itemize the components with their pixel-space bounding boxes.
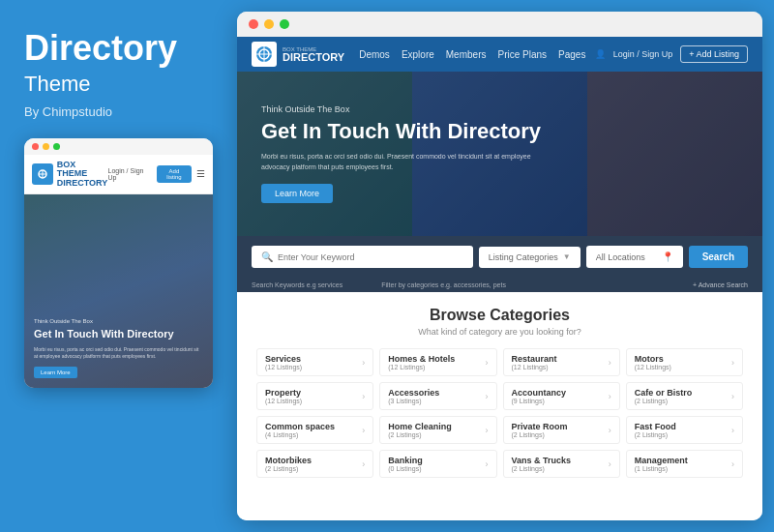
category-name: Property xyxy=(265,388,302,398)
chevron-right-icon: › xyxy=(362,392,365,401)
category-count: (12 Listings) xyxy=(635,364,671,370)
category-info: Services (12 Listings) xyxy=(265,354,302,370)
nav-link-demos[interactable]: Demos xyxy=(359,49,390,60)
hero-cta-button[interactable]: Learn More xyxy=(261,184,333,203)
category-item[interactable]: Banking (0 Listings) › xyxy=(379,450,496,478)
browser-content: BOX THEME DIRECTORY Demos Explore Member… xyxy=(237,37,762,520)
mobile-nav: BOX THEME DIRECTORY Login / Sign Up Add … xyxy=(24,155,213,194)
keyword-search-field[interactable]: 🔍 xyxy=(252,246,473,268)
mobile-login-link[interactable]: Login / Sign Up xyxy=(108,167,152,181)
category-item[interactable]: Vans & Trucks (2 Listings) › xyxy=(503,450,620,478)
chevron-right-icon: › xyxy=(731,459,734,469)
category-name: Motors xyxy=(635,354,671,364)
mobile-add-listing-button[interactable]: Add listing xyxy=(157,165,192,183)
category-info: Vans & Trucks (2 Listings) xyxy=(512,456,572,472)
mobile-hero-tagline: Think Outside The Box xyxy=(34,318,203,324)
category-name: Vans & Trucks xyxy=(512,456,572,465)
category-item[interactable]: Motors (12 Listings) › xyxy=(626,348,743,376)
mobile-hero-title: Get In Touch With Directory xyxy=(34,327,203,340)
browser-dot-green xyxy=(280,19,289,29)
category-info: Management (1 Listings) xyxy=(635,456,688,472)
mobile-logo-icon xyxy=(32,163,53,185)
chevron-right-icon: › xyxy=(486,358,489,368)
category-count: (12 Listings) xyxy=(512,364,557,370)
category-item[interactable]: Services (12 Listings) › xyxy=(256,348,373,376)
mobile-dot-red xyxy=(32,143,39,150)
category-item[interactable]: Accessories (3 Listings) › xyxy=(379,382,496,410)
category-info: Fast Food (2 Listings) xyxy=(635,422,676,438)
category-info: Accessories (3 Listings) xyxy=(388,388,439,404)
location-select[interactable]: All Locations 📍 xyxy=(586,246,683,268)
category-label: Listing Categories xyxy=(489,252,558,262)
nav-link-price-plans[interactable]: Price Plans xyxy=(497,49,547,60)
chevron-right-icon: › xyxy=(731,426,734,435)
desktop-add-listing-button[interactable]: + Add Listing xyxy=(680,45,748,63)
category-name: Homes & Hotels xyxy=(388,354,455,364)
category-item[interactable]: Restaurant (12 Listings) › xyxy=(503,348,620,376)
desktop-nav-right: 👤 Login / Sign Up + Add Listing xyxy=(595,45,748,63)
category-item[interactable]: Fast Food (2 Listings) › xyxy=(626,416,743,444)
browser-chrome xyxy=(237,12,762,37)
mobile-mockup: BOX THEME DIRECTORY Login / Sign Up Add … xyxy=(24,138,213,388)
keyword-input[interactable] xyxy=(278,252,463,262)
category-select[interactable]: Listing Categories ▼ xyxy=(479,247,580,268)
nav-link-pages[interactable]: Pages xyxy=(558,49,585,60)
category-info: Accountancy (9 Listings) xyxy=(512,388,567,404)
category-name: Motorbikes xyxy=(265,456,312,465)
nav-link-members[interactable]: Members xyxy=(446,49,487,60)
user-icon: 👤 xyxy=(595,49,606,59)
category-item[interactable]: Accountancy (9 Listings) › xyxy=(503,382,620,410)
category-item[interactable]: Home Cleaning (2 Listings) › xyxy=(379,416,496,444)
category-name: Services xyxy=(265,354,302,364)
mobile-top-bar xyxy=(24,138,213,155)
desktop-logo-text: BOX THEME DIRECTORY xyxy=(283,46,344,63)
mobile-logo-text: BOX THEME DIRECTORY xyxy=(57,161,108,188)
desktop-browser-mockup: BOX THEME DIRECTORY Demos Explore Member… xyxy=(237,12,762,520)
left-panel: Directory Theme By Chimpstudio BOX THEME… xyxy=(0,0,237,532)
chevron-right-icon: › xyxy=(609,459,611,469)
category-item[interactable]: Cafe or Bistro (2 Listings) › xyxy=(626,382,743,410)
mobile-hero-cta-button[interactable]: Learn More xyxy=(34,367,77,378)
category-count: (2 Listings) xyxy=(512,431,568,438)
category-item[interactable]: Private Room (2 Listings) › xyxy=(503,416,620,444)
category-count: (2 Listings) xyxy=(265,465,312,472)
category-info: Banking (0 Listings) xyxy=(388,456,423,472)
category-count: (12 Listings) xyxy=(265,398,302,404)
category-item[interactable]: Common spaces (4 Listings) › xyxy=(256,416,373,444)
keyword-hint: Search Keywords e.g services xyxy=(252,281,342,288)
chevron-right-icon: › xyxy=(731,392,734,401)
search-button[interactable]: Search xyxy=(689,246,748,268)
hero-tagline: Think Outside The Box xyxy=(261,104,738,114)
mobile-hero: Think Outside The Box Get In Touch With … xyxy=(24,194,213,388)
chevron-right-icon: › xyxy=(486,459,489,469)
category-count: (4 Listings) xyxy=(265,431,335,438)
category-count: (12 Listings) xyxy=(388,364,455,370)
category-info: Homes & Hotels (12 Listings) xyxy=(388,354,455,370)
hero-description: Morbi eu risus, porta ac orci sed odio d… xyxy=(261,152,532,172)
nav-link-explore[interactable]: Explore xyxy=(402,49,434,60)
desktop-login-link[interactable]: Login / Sign Up xyxy=(613,49,673,59)
category-count: (3 Listings) xyxy=(388,398,439,404)
mobile-hero-description: Morbi eu risus, porta ac orci sed odio d… xyxy=(34,346,203,360)
chevron-right-icon: › xyxy=(362,459,365,469)
category-count: (2 Listings) xyxy=(388,431,452,438)
chevron-right-icon: › xyxy=(609,426,611,435)
chevron-right-icon: › xyxy=(609,392,611,401)
chevron-right-icon: › xyxy=(486,426,489,435)
category-info: Motors (12 Listings) xyxy=(635,354,671,370)
mobile-dot-green xyxy=(53,143,60,150)
category-info: Motorbikes (2 Listings) xyxy=(265,456,312,472)
category-name: Management xyxy=(635,456,688,465)
category-item[interactable]: Motorbikes (2 Listings) › xyxy=(256,450,373,478)
category-name: Fast Food xyxy=(635,422,676,431)
category-name: Restaurant xyxy=(512,354,557,364)
category-info: Restaurant (12 Listings) xyxy=(512,354,557,370)
category-name: Accessories xyxy=(388,388,439,398)
category-item[interactable]: Management (1 Listings) › xyxy=(626,450,743,478)
chevron-down-icon: ▼ xyxy=(563,252,571,261)
advance-search-link[interactable]: + Advance Search xyxy=(693,281,748,288)
category-item[interactable]: Property (12 Listings) › xyxy=(256,382,373,410)
category-info: Common spaces (4 Listings) xyxy=(265,422,335,438)
hamburger-icon[interactable]: ☰ xyxy=(196,168,205,179)
category-item[interactable]: Homes & Hotels (12 Listings) › xyxy=(379,348,496,376)
